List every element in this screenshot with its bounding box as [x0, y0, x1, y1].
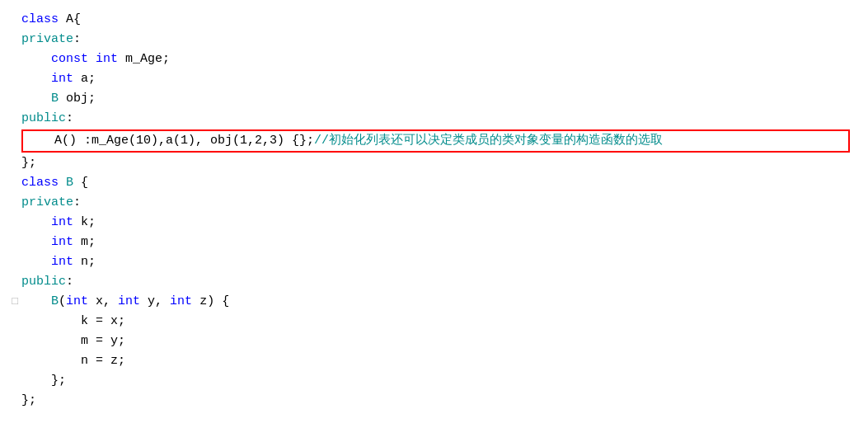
code-token: m_Age;: [118, 52, 170, 66]
code-line: class A{: [0, 10, 868, 30]
code-line: public:: [0, 272, 868, 292]
line-content: B obj;: [21, 89, 868, 109]
code-token: class: [21, 12, 59, 26]
code-line: int n;: [0, 252, 868, 272]
code-token: };: [51, 374, 66, 388]
code-token: y,: [140, 294, 170, 308]
code-token: [88, 52, 96, 66]
code-line: };: [0, 371, 868, 391]
code-line: A() :m_Age(10),a(1), obj(1,2,3) {};//初始化…: [0, 129, 868, 153]
line-content: int m;: [21, 233, 868, 252]
line-content: public:: [21, 272, 868, 292]
line-content: k = x;: [21, 312, 868, 332]
code-line: int k;: [0, 213, 868, 233]
line-content: public:: [21, 109, 868, 129]
code-line: public:: [0, 109, 868, 129]
code-token: :: [66, 275, 73, 289]
line-content: B(int x, int y, int z) {: [21, 292, 868, 312]
code-token: int: [66, 294, 88, 308]
code-token: B: [51, 92, 59, 106]
code-token: (: [59, 294, 66, 308]
code-token: B: [66, 176, 73, 190]
code-token: int: [118, 294, 140, 308]
code-line: int m;: [0, 233, 868, 252]
line-content: };: [21, 371, 868, 391]
line-content: private:: [21, 30, 868, 49]
line-content: n = z;: [21, 351, 868, 371]
code-token: k;: [73, 215, 96, 229]
code-token: z) {: [192, 294, 229, 308]
code-token: private: [21, 195, 73, 209]
code-token: int: [51, 215, 73, 229]
line-content: };: [21, 391, 868, 411]
code-token: m;: [73, 235, 96, 249]
code-line: const int m_Age;: [0, 49, 868, 69]
code-token: :: [73, 195, 81, 209]
code-token: n = z;: [81, 354, 125, 368]
code-line: k = x;: [0, 312, 868, 332]
code-token: int: [96, 52, 118, 66]
line-content: class A{: [21, 10, 868, 30]
highlighted-line: A() :m_Age(10),a(1), obj(1,2,3) {};//初始化…: [21, 129, 850, 153]
code-token: int: [51, 255, 73, 269]
code-line: B obj;: [0, 89, 868, 109]
code-token: {: [73, 176, 88, 190]
line-gutter: □: [3, 294, 18, 311]
code-token: :: [73, 32, 81, 46]
code-token: };: [21, 393, 36, 407]
code-token: m = y;: [81, 334, 125, 348]
code-line: class B {: [0, 173, 868, 193]
code-token: };: [21, 156, 36, 170]
line-content: class B {: [21, 173, 868, 193]
code-token: private: [21, 32, 73, 46]
code-token: :: [66, 111, 73, 125]
code-token: k = x;: [81, 314, 125, 328]
line-content: m = y;: [21, 332, 868, 351]
code-token: x,: [88, 294, 118, 308]
code-token: const: [51, 52, 88, 66]
code-token: A() :m_Age(10),a(1), obj(1,2,3) {};: [54, 134, 314, 148]
code-line: private:: [0, 193, 868, 213]
code-editor: class A{private: const int m_Age; int a;…: [0, 7, 868, 414]
code-line: m = y;: [0, 332, 868, 351]
code-line: private:: [0, 30, 868, 49]
code-token: int: [51, 72, 73, 86]
code-token: obj;: [59, 92, 96, 106]
code-token: a;: [73, 72, 96, 86]
line-content: };: [21, 153, 868, 173]
code-token: public: [21, 111, 66, 125]
line-content: int n;: [21, 252, 868, 272]
line-content: const int m_Age;: [21, 49, 868, 69]
code-line: □ B(int x, int y, int z) {: [0, 292, 868, 312]
code-token: //初始化列表还可以决定类成员的类对象变量的构造函数的选取: [314, 134, 663, 148]
code-line: int a;: [0, 69, 868, 89]
line-content: int a;: [21, 69, 868, 89]
code-token: int: [51, 235, 73, 249]
code-token: B: [51, 294, 59, 308]
code-token: int: [170, 294, 192, 308]
line-content: int k;: [21, 213, 868, 233]
code-line: };: [0, 153, 868, 173]
line-content: private:: [21, 193, 868, 213]
code-token: n;: [73, 255, 96, 269]
code-line: };: [0, 391, 868, 411]
code-token: [59, 176, 66, 190]
code-token: class: [21, 176, 59, 190]
code-token: A{: [59, 12, 81, 26]
code-line: n = z;: [0, 351, 868, 371]
line-content: A() :m_Age(10),a(1), obj(1,2,3) {};//初始化…: [21, 129, 868, 153]
code-token: public: [21, 275, 66, 289]
